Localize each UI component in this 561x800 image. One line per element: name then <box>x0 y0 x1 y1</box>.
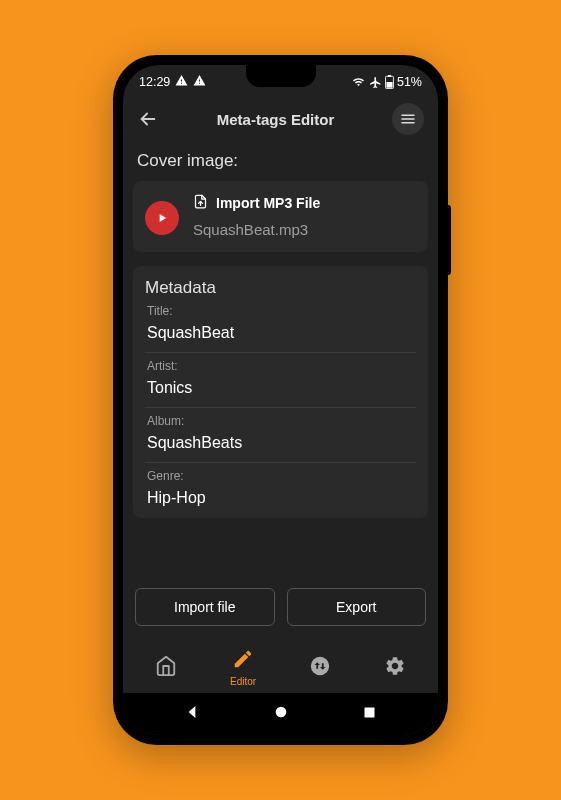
import-mp3-button[interactable]: Import MP3 File <box>193 193 320 213</box>
title-input[interactable]: SquashBeat <box>145 322 416 353</box>
nav-editor-label: Editor <box>230 676 256 687</box>
swap-icon <box>309 655 331 681</box>
metadata-section-label: Metadata <box>145 278 416 298</box>
home-icon <box>155 655 177 681</box>
file-upload-icon <box>193 193 208 213</box>
genre-input[interactable]: Hip-Hop <box>145 487 416 507</box>
artist-label: Artist: <box>147 359 414 373</box>
airplane-icon <box>369 76 382 89</box>
battery-percent: 51% <box>397 75 422 89</box>
android-home[interactable] <box>261 698 301 730</box>
gear-icon <box>384 655 406 681</box>
genre-label: Genre: <box>147 469 414 483</box>
back-button[interactable] <box>137 108 159 130</box>
play-button[interactable] <box>145 201 179 235</box>
album-label: Album: <box>147 414 414 428</box>
title-label: Title: <box>147 304 414 318</box>
status-time: 12:29 <box>139 75 170 89</box>
android-nav <box>123 693 438 735</box>
album-input[interactable]: SquashBeats <box>145 432 416 463</box>
android-recent[interactable] <box>350 699 389 730</box>
svg-point-7 <box>311 656 329 674</box>
cover-section-label: Cover image: <box>137 151 424 171</box>
warning-icon <box>175 74 188 90</box>
import-mp3-label: Import MP3 File <box>216 195 320 211</box>
export-button[interactable]: Export <box>287 588 427 626</box>
menu-button[interactable] <box>392 103 424 135</box>
filename: SquashBeat.mp3 <box>193 221 320 238</box>
wifi-icon <box>351 76 366 88</box>
nav-settings[interactable] <box>376 653 414 683</box>
import-file-button[interactable]: Import file <box>135 588 275 626</box>
metadata-card: Metadata Title: SquashBeat Artist: Tonic… <box>133 266 428 518</box>
nav-swap[interactable] <box>301 653 339 683</box>
cover-row: Import MP3 File SquashBeat.mp3 <box>133 181 428 252</box>
android-back[interactable] <box>172 698 212 730</box>
svg-rect-2 <box>386 82 392 88</box>
svg-point-8 <box>276 707 287 718</box>
nav-editor[interactable]: Editor <box>222 646 264 689</box>
page-title: Meta-tags Editor <box>171 111 380 128</box>
artist-input[interactable]: Tonics <box>145 377 416 408</box>
svg-rect-1 <box>388 75 392 77</box>
battery-icon <box>385 75 394 89</box>
nav-home[interactable] <box>147 653 185 683</box>
svg-rect-9 <box>365 707 375 717</box>
pencil-icon <box>232 648 254 674</box>
warning-icon <box>193 74 206 90</box>
bottom-nav: Editor <box>123 640 438 693</box>
